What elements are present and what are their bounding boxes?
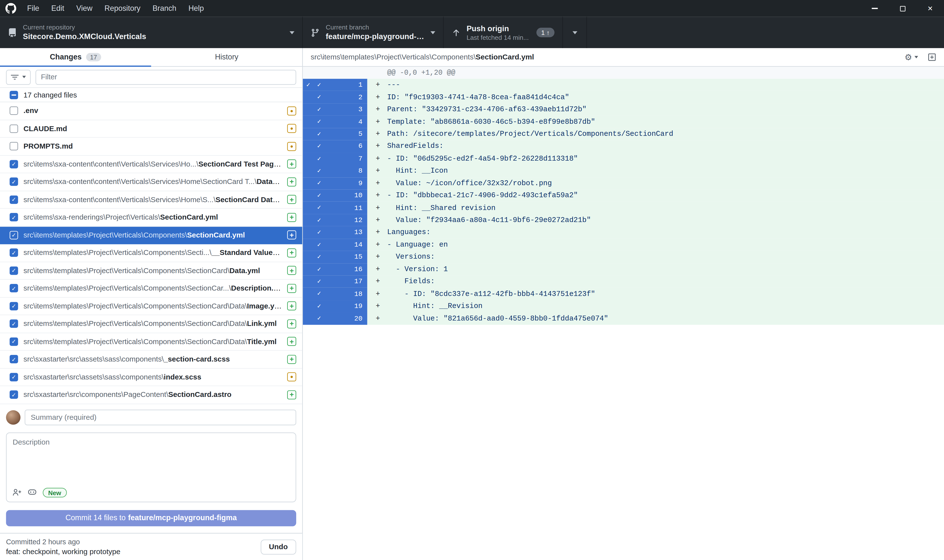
diff-line[interactable]: ✓15+ Versions: — [303, 251, 944, 263]
file-checkbox[interactable]: ✓ — [9, 320, 18, 328]
close-button[interactable]: ✕ — [916, 0, 944, 17]
file-checkbox[interactable]: ✓ — [9, 302, 18, 310]
maximize-button[interactable] — [889, 0, 916, 17]
diff-line[interactable]: ✓12+ Value: "f2934aa6-a80a-4c11-9bf6-29e… — [303, 214, 944, 226]
filter-input[interactable] — [35, 69, 296, 85]
line-checkbox[interactable]: ✓ — [314, 254, 324, 260]
minimize-button[interactable] — [861, 0, 889, 17]
line-checkbox[interactable]: ✓ — [314, 94, 324, 100]
undo-button[interactable]: Undo — [260, 539, 296, 554]
line-checkbox[interactable]: ✓ — [314, 229, 324, 236]
file-row[interactable]: CLAUDE.md• — [0, 120, 302, 138]
file-checkbox[interactable]: ✓ — [9, 337, 18, 346]
file-row[interactable]: ✓src\items\templates\Project\Verticals\C… — [0, 262, 302, 280]
file-row[interactable]: ✓src\items\templates\Project\Verticals\C… — [0, 333, 302, 351]
file-checkbox[interactable] — [9, 106, 18, 115]
diff-line[interactable]: ✓4+Template: "ab86861a-6030-46c5-b394-e8… — [303, 116, 944, 128]
file-checkbox[interactable]: ✓ — [9, 231, 18, 239]
line-checkbox[interactable]: ✓ — [314, 131, 324, 137]
line-checkbox[interactable]: ✓ — [314, 266, 324, 272]
diff-line[interactable]: ✓8+ Hint: __Icon — [303, 165, 944, 177]
line-checkbox[interactable]: ✓ — [314, 242, 324, 248]
file-checkbox[interactable]: ✓ — [9, 373, 18, 381]
line-checkbox[interactable]: ✓ — [314, 106, 324, 113]
file-row[interactable]: ✓src\items\templates\Project\Verticals\C… — [0, 315, 302, 333]
commit-button[interactable]: Commit 14 files tofeature/mcp-playground… — [6, 510, 296, 526]
diff-line[interactable]: ✓6+SharedFields: — [303, 140, 944, 152]
diff-line[interactable]: ✓10+- ID: "dbbbeca1-21c7-4906-9dd2-493c1… — [303, 189, 944, 202]
diff-line[interactable]: ✓3+Parent: "33429731-c234-4706-af63-439a… — [303, 103, 944, 116]
file-row[interactable]: ✓src\sxastarter\src\assets\sass\componen… — [0, 351, 302, 368]
diff-line[interactable]: ✓✓1+--- — [303, 79, 944, 91]
line-checkbox[interactable]: ✓ — [314, 217, 324, 223]
file-checkbox[interactable]: ✓ — [9, 284, 18, 292]
push-options-button[interactable] — [563, 17, 587, 48]
menu-branch[interactable]: Branch — [147, 4, 182, 12]
file-row[interactable]: PROMPTS.md• — [0, 138, 302, 155]
file-row[interactable]: ✓src\items\sxa-renderings\Project\Vertic… — [0, 209, 302, 226]
diff-line[interactable]: ✓20+ Value: "821a656d-aad0-4559-8bb0-1fd… — [303, 312, 944, 325]
tab-changes[interactable]: Changes 17 — [0, 48, 151, 66]
add-coauthor-button[interactable] — [12, 489, 22, 496]
file-row[interactable]: ✓src\items\sxa-content\content\Verticals… — [0, 191, 302, 209]
filter-options-button[interactable] — [6, 69, 31, 85]
file-checkbox[interactable]: ✓ — [9, 391, 18, 399]
diff-line[interactable]: ✓18+ - ID: "8cdc337e-a112-42fb-bbb4-4143… — [303, 288, 944, 300]
diff-line[interactable]: ✓5+Path: /sitecore/templates/Project/Ver… — [303, 128, 944, 140]
line-checkbox[interactable]: ✓ — [314, 143, 324, 149]
line-checkbox[interactable]: ✓ — [314, 315, 324, 322]
expand-diff-button[interactable] — [928, 53, 936, 62]
diff-line[interactable]: ✓13+Languages: — [303, 226, 944, 238]
menu-file[interactable]: File — [21, 4, 45, 12]
file-row[interactable]: ✓src\items\templates\Project\Verticals\C… — [0, 280, 302, 297]
file-row[interactable]: ✓src\items\templates\Project\Verticals\C… — [0, 244, 302, 262]
copilot-icon-button[interactable] — [28, 489, 37, 496]
file-checkbox[interactable]: ✓ — [9, 213, 18, 222]
file-row[interactable]: ✓src\sxastarter\src\components\PageConte… — [0, 386, 302, 404]
current-branch-button[interactable]: Current branch feature/mcp-playground-fi… — [303, 17, 444, 48]
line-checkbox[interactable]: ✓ — [314, 303, 324, 309]
diff-line[interactable]: ✓17+ Fields: — [303, 275, 944, 288]
file-checkbox[interactable]: ✓ — [9, 266, 18, 275]
current-repository-button[interactable]: Current repository Sitecore.Demo.XMCloud… — [0, 17, 303, 48]
file-checkbox[interactable]: ✓ — [9, 178, 18, 186]
commit-description-input[interactable] — [7, 433, 296, 482]
diff-line[interactable]: ✓19+ Hint: __Revision — [303, 300, 944, 312]
hunk-checkbox[interactable]: ✓ — [303, 82, 314, 88]
file-checkbox[interactable]: ✓ — [9, 195, 18, 204]
file-checkbox[interactable]: ✓ — [9, 160, 18, 168]
diff-line[interactable]: ✓2+ID: "f9c19303-4741-4a78-8cea-faa841d4… — [303, 91, 944, 103]
line-checkbox[interactable]: ✓ — [314, 278, 324, 285]
menu-view[interactable]: View — [70, 4, 99, 12]
file-row[interactable]: ✓src\items\sxa-content\content\Verticals… — [0, 173, 302, 191]
menu-repository[interactable]: Repository — [99, 4, 147, 12]
diff-options-button[interactable]: ⚙ — [904, 53, 918, 62]
file-row[interactable]: ✓src\items\templates\Project\Verticals\C… — [0, 297, 302, 315]
file-checkbox[interactable] — [9, 142, 18, 151]
line-checkbox[interactable]: ✓ — [314, 180, 324, 186]
push-origin-button[interactable]: Push origin Last fetched 14 min... 1 ↑ — [444, 17, 563, 48]
diff-line[interactable]: ✓16+ - Version: 1 — [303, 263, 944, 275]
file-row[interactable]: .env• — [0, 102, 302, 120]
file-checkbox[interactable]: ✓ — [9, 355, 18, 363]
line-checkbox[interactable]: ✓ — [314, 82, 324, 88]
menu-help[interactable]: Help — [182, 4, 210, 12]
select-all-checkbox[interactable] — [9, 91, 18, 99]
diff-line[interactable]: ✓9+ Value: ~/icon/office/32x32/robot.png — [303, 177, 944, 189]
file-row[interactable]: ✓src\sxastarter\src\assets\sass\componen… — [0, 368, 302, 386]
commit-summary-input[interactable] — [25, 409, 296, 425]
line-checkbox[interactable]: ✓ — [314, 192, 324, 199]
diff-line[interactable]: ✓14+- Language: en — [303, 238, 944, 251]
line-checkbox[interactable]: ✓ — [314, 205, 324, 211]
file-row[interactable]: ✓src\items\templates\Project\Verticals\C… — [0, 226, 302, 244]
line-checkbox[interactable]: ✓ — [314, 291, 324, 297]
file-row[interactable]: ✓src\items\sxa-content\content\Verticals… — [0, 155, 302, 173]
line-checkbox[interactable]: ✓ — [314, 155, 324, 162]
file-checkbox[interactable] — [9, 124, 18, 132]
menu-edit[interactable]: Edit — [45, 4, 70, 12]
file-checkbox[interactable]: ✓ — [9, 249, 18, 257]
line-checkbox[interactable]: ✓ — [314, 168, 324, 174]
line-checkbox[interactable]: ✓ — [314, 118, 324, 125]
diff-line[interactable]: ✓11+ Hint: __Shared revision — [303, 202, 944, 214]
diff-line[interactable]: ✓7+- ID: "06d5295c-ed2f-4a54-9bf2-26228d… — [303, 152, 944, 165]
